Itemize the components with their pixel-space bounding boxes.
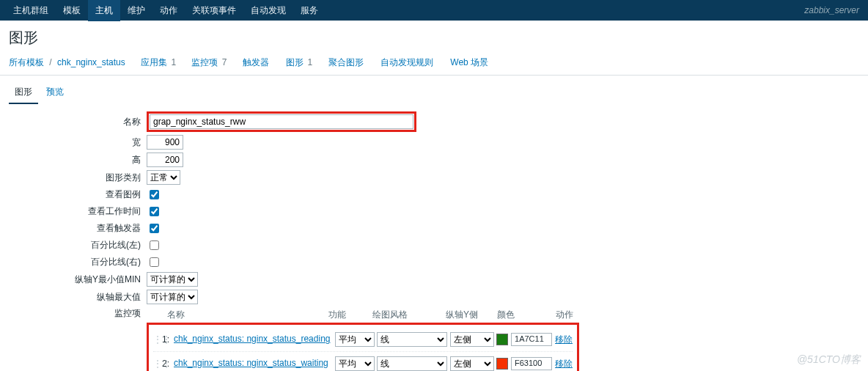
select-drawstyle[interactable]: 线 xyxy=(377,332,447,347)
tab-graph[interactable]: 图形 xyxy=(9,81,38,104)
item-name-link[interactable]: chk_nginx_status: nginx_status_waiting xyxy=(174,358,335,370)
checkbox-legend[interactable] xyxy=(150,190,159,199)
color-swatch[interactable] xyxy=(496,358,508,370)
nav-discovery[interactable]: 自动发现 xyxy=(243,0,293,21)
tab-preview[interactable]: 预览 xyxy=(40,81,70,103)
select-yside[interactable]: 左侧 xyxy=(450,332,494,347)
drag-handle-icon[interactable]: ⋮⋮ xyxy=(153,334,162,345)
label-type: 图形类别 xyxy=(7,172,147,184)
drag-handle-icon[interactable]: ⋮⋮ xyxy=(153,359,162,369)
items-header: 名称 功能 绘图风格 纵轴Y侧 颜色 动作 xyxy=(147,307,861,323)
sublink-triggers[interactable]: 触发器 xyxy=(243,57,273,67)
item-index: 2: xyxy=(162,359,174,369)
select-yside[interactable]: 左侧 xyxy=(450,356,494,371)
label-pct-left: 百分比线(左) xyxy=(7,239,147,251)
color-swatch[interactable] xyxy=(496,334,508,345)
col-action: 动作 xyxy=(556,309,585,321)
breadcrumb-sep: / xyxy=(49,57,51,67)
color-input[interactable]: 1A7C11 xyxy=(511,333,552,346)
breadcrumb-root[interactable]: 所有模板 xyxy=(9,57,44,67)
item-row: ⋮⋮ 1: chk_nginx_status: nginx_status_rea… xyxy=(153,328,573,351)
page-title: 图形 xyxy=(0,21,868,55)
select-ymax[interactable]: 可计算的 xyxy=(147,290,198,304)
sublink-appset[interactable]: 应用集 1 xyxy=(141,57,176,67)
select-fn[interactable]: 平均 xyxy=(335,332,375,347)
items-body: ⋮⋮ 1: chk_nginx_status: nginx_status_rea… xyxy=(147,323,579,371)
checkbox-pct-right[interactable] xyxy=(150,257,159,267)
col-side: 纵轴Y侧 xyxy=(446,309,497,321)
nav-correlation[interactable]: 关联项事件 xyxy=(185,0,243,21)
input-height[interactable] xyxy=(147,153,183,167)
label-ymin: 纵轴Y最小值MIN xyxy=(7,273,147,286)
top-nav: 主机群组 模板 主机 维护 动作 关联项事件 自动发现 服务 zabbix_se… xyxy=(0,0,868,21)
sublink-items[interactable]: 监控项 7 xyxy=(191,57,227,67)
highlight-name xyxy=(147,111,416,132)
tabs: 图形 预览 xyxy=(0,76,868,104)
sublink-web[interactable]: Web 场景 xyxy=(450,57,490,67)
nav-hostgroups[interactable]: 主机群组 xyxy=(6,0,56,21)
label-triggers: 查看触发器 xyxy=(7,222,147,235)
remove-link[interactable]: 移除 xyxy=(555,334,573,346)
checkbox-pct-left[interactable] xyxy=(150,240,159,250)
label-pct-right: 百分比线(右) xyxy=(7,256,147,268)
form-area: 名称 宽 高 图形类别 正常 查看图例 查看工作时间 查看触发器 百分比线(左)… xyxy=(0,104,868,371)
label-legend: 查看图例 xyxy=(7,188,147,201)
label-width: 宽 xyxy=(7,136,147,149)
col-style: 绘图风格 xyxy=(372,309,446,321)
sublink-screens[interactable]: 聚合图形 xyxy=(328,57,367,67)
label-worktime: 查看工作时间 xyxy=(7,205,147,218)
label-items: 监控项 xyxy=(7,307,147,320)
input-width[interactable] xyxy=(147,135,183,150)
nav-templates[interactable]: 模板 xyxy=(56,0,88,21)
nav-hosts[interactable]: 主机 xyxy=(88,0,120,21)
sublink-graphs[interactable]: 图形 1 xyxy=(286,57,312,67)
select-drawstyle[interactable]: 线 xyxy=(377,356,447,371)
label-height: 高 xyxy=(7,154,147,166)
col-fn: 功能 xyxy=(328,309,372,321)
nav-services[interactable]: 服务 xyxy=(293,0,326,21)
input-name[interactable] xyxy=(150,114,413,129)
breadcrumb-bar: 所有模板 / chk_nginx_status 应用集 1 监控项 7 触发器 … xyxy=(0,55,868,76)
item-index: 1: xyxy=(162,334,174,345)
col-name: 名称 xyxy=(167,309,328,321)
select-ymin[interactable]: 可计算的 xyxy=(147,272,198,287)
select-type[interactable]: 正常 xyxy=(147,170,180,185)
sublink-discoveryrules[interactable]: 自动发现规则 xyxy=(380,57,437,67)
nav-actions[interactable]: 动作 xyxy=(152,0,185,21)
item-row: ⋮⋮ 2: chk_nginx_status: nginx_status_wai… xyxy=(153,351,573,371)
color-input[interactable]: F63100 xyxy=(511,357,552,370)
item-name-link[interactable]: chk_nginx_status: nginx_status_reading xyxy=(174,334,335,345)
remove-link[interactable]: 移除 xyxy=(555,358,573,370)
select-fn[interactable]: 平均 xyxy=(335,356,375,371)
breadcrumb-current[interactable]: chk_nginx_status xyxy=(57,57,125,67)
server-name-label: zabbix_server xyxy=(804,5,862,15)
checkbox-worktime[interactable] xyxy=(150,207,159,216)
label-name: 名称 xyxy=(7,116,147,128)
col-color: 颜色 xyxy=(497,309,556,321)
watermark: @51CTO博客 xyxy=(797,353,861,367)
nav-maintenance[interactable]: 维护 xyxy=(120,0,152,21)
label-ymax: 纵轴最大值 xyxy=(7,291,147,304)
checkbox-triggers[interactable] xyxy=(150,224,159,233)
